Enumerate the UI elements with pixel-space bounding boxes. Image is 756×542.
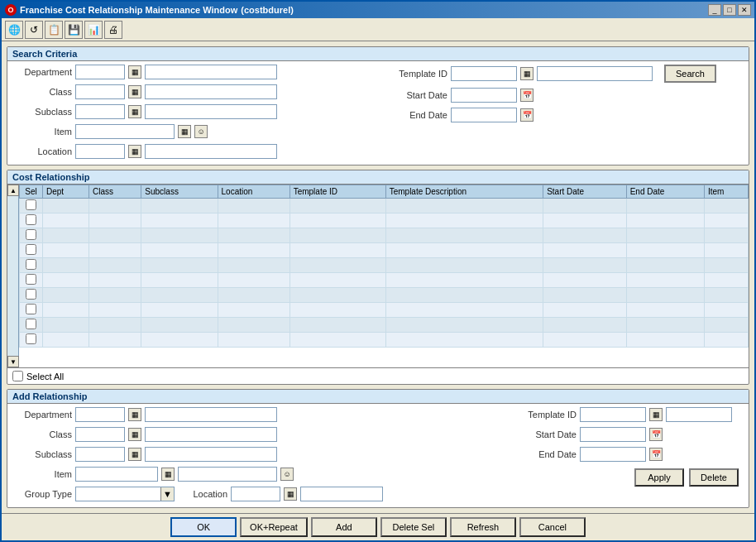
add-class-label: Class [14,429,72,439]
scroll-track [7,196,18,356]
add-location-desc-input[interactable] [301,487,382,501]
row-checkbox-6[interactable] [26,274,36,285]
department-desc-input[interactable] [146,65,276,79]
table-row [20,243,749,258]
add-subclass-desc-input[interactable] [146,448,276,461]
add-group-type-label: Group Type [14,489,72,499]
department-input[interactable] [76,65,124,79]
cancel-button[interactable]: Cancel [519,517,586,537]
add-template-id-lookup-button[interactable]: ▦ [649,408,663,421]
row-checkbox-3[interactable] [26,229,36,240]
app-icon: O [5,4,17,16]
select-all-row: Select All [7,367,749,384]
item-search-button[interactable]: ☺ [194,125,208,138]
add-start-date-input[interactable] [581,428,645,441]
row-checkbox-2[interactable] [26,214,36,225]
add-end-date-picker-button[interactable]: 📅 [649,448,663,461]
toolbar-chart-button[interactable]: 📊 [84,21,103,39]
add-class-lookup-button[interactable]: ▦ [128,428,141,441]
ok-repeat-button[interactable]: OK+Repeat [240,517,308,537]
minimize-button[interactable]: _ [708,4,721,16]
add-subclass-input[interactable] [76,448,124,461]
action-bar: OK OK+Repeat Add Delete Sel Refresh Canc… [2,513,754,540]
location-input[interactable] [76,145,124,158]
add-button[interactable]: Add [311,517,377,537]
class-input[interactable] [76,85,124,98]
add-template-id-input[interactable] [581,408,645,421]
start-date-picker-button[interactable]: 📅 [520,89,534,102]
end-date-input[interactable] [452,108,516,122]
end-date-picker-button[interactable]: 📅 [520,108,534,122]
window-subtitle: (costbdurel) [241,5,294,15]
table-row [20,318,749,333]
row-checkbox-10[interactable] [26,333,36,344]
add-start-date-label: Start Date [510,429,577,439]
apply-button[interactable]: Apply [634,468,684,487]
add-template-desc-input[interactable] [667,408,731,421]
toolbar-globe-button[interactable]: 🌐 [5,21,23,39]
add-subclass-lookup-button[interactable]: ▦ [128,448,141,461]
item-lookup-button[interactable]: ▦ [178,125,191,138]
add-location-lookup-button[interactable]: ▦ [284,487,297,501]
add-end-date-input[interactable] [581,448,645,461]
add-class-input[interactable] [76,428,124,441]
class-desc-input[interactable] [146,85,276,98]
start-date-label: Start Date [381,90,447,100]
toolbar-clipboard-button[interactable]: 📋 [45,21,63,39]
add-location-label: Location [178,489,227,499]
title-bar: O Franchise Cost Relationship Maintenanc… [2,2,754,18]
toolbar-print-button[interactable]: 🖨 [104,21,122,39]
item-input[interactable] [76,125,174,138]
add-class-desc-input[interactable] [146,428,276,441]
add-department-lookup-button[interactable]: ▦ [128,408,141,421]
toolbar-save-button[interactable]: 💾 [65,21,83,39]
table-row [20,258,749,273]
scroll-down-button[interactable]: ▼ [7,356,19,367]
add-item-search-button[interactable]: ☺ [280,468,294,481]
ok-button[interactable]: OK [170,517,237,537]
close-button[interactable]: ✕ [738,4,751,16]
delete-sel-button[interactable]: Delete Sel [380,517,447,537]
start-date-input[interactable] [452,89,516,102]
template-desc-input[interactable] [538,67,652,80]
location-lookup-button[interactable]: ▦ [128,145,141,158]
subclass-lookup-button[interactable]: ▦ [128,105,141,118]
col-header-subclass: Subclass [141,185,218,199]
row-checkbox-9[interactable] [26,319,36,329]
table-scrollbar[interactable]: ▲ ▼ [7,185,19,367]
class-lookup-button[interactable]: ▦ [128,85,141,98]
add-start-date-picker-button[interactable]: 📅 [649,428,663,441]
row-checkbox-4[interactable] [26,244,36,255]
row-checkbox-8[interactable] [26,304,36,314]
search-button[interactable]: Search [664,65,716,83]
row-checkbox-1[interactable] [26,199,36,210]
department-lookup-button[interactable]: ▦ [128,65,141,79]
col-header-start-date: Start Date [543,185,627,199]
subclass-input[interactable] [76,105,124,118]
refresh-button[interactable]: Refresh [450,517,516,537]
row-checkbox-5[interactable] [26,259,36,270]
add-group-type-input[interactable] [76,487,160,501]
scroll-up-button[interactable]: ▲ [7,185,19,196]
add-item-lookup-button[interactable]: ▦ [161,468,175,481]
add-item-desc-input[interactable] [179,468,276,481]
group-type-dropdown-button[interactable]: ▼ [160,487,174,501]
maximize-button[interactable]: □ [723,4,736,16]
add-department-input[interactable] [76,408,124,421]
template-id-lookup-button[interactable]: ▦ [520,67,534,80]
location-desc-input[interactable] [146,145,276,158]
template-id-input[interactable] [452,67,516,80]
end-date-label: End Date [381,110,447,120]
table-row [20,303,749,318]
add-department-desc-input[interactable] [146,408,276,421]
row-checkbox-7[interactable] [26,289,36,300]
add-location-input[interactable] [232,487,280,501]
delete-button[interactable]: Delete [689,468,739,487]
table-row [20,199,749,213]
toolbar-refresh-button[interactable]: ↺ [25,21,43,39]
add-item-input[interactable] [76,468,157,481]
select-all-checkbox[interactable] [12,371,23,381]
subclass-desc-input[interactable] [146,105,276,118]
col-header-dept: Dept [43,185,89,199]
item-label: Item [14,127,72,137]
